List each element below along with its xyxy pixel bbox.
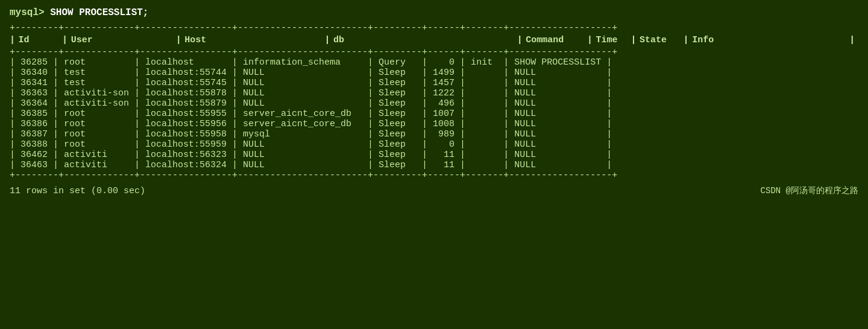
command-text: SHOW PROCESSLIST;: [50, 7, 148, 18]
footer: 11 rows in set (0.00 sec) CSDN @阿汤哥的程序之路: [10, 185, 858, 196]
processlist-table: | Id | User | Host | db | Command | Time…: [10, 33, 858, 47]
header-sep5: |: [587, 33, 596, 47]
table-row: | 36363 | activiti-son | localhost:55878…: [10, 88, 858, 98]
header-sep1: |: [62, 33, 71, 47]
table-row: | 36285 | root | localhost | information…: [10, 57, 858, 68]
prompt-symbol: mysql>: [10, 7, 45, 18]
header-sep6: |: [631, 33, 640, 47]
header-db: db: [333, 33, 517, 47]
separator-mid: +--------+-------------+----------------…: [10, 47, 858, 57]
table-row: | 36364 | activiti-son | localhost:55879…: [10, 98, 858, 109]
header-sep7: |: [684, 33, 693, 47]
table-row: | 36462 | activiti | localhost:56323 | N…: [10, 150, 858, 160]
header-time: Time: [596, 33, 631, 47]
table-row: | 36388 | root | localhost:55959 | NULL …: [10, 139, 858, 150]
table-data: | 36285 | root | localhost | information…: [10, 57, 858, 170]
header-command: Command: [526, 33, 587, 47]
header-id: Id: [19, 33, 63, 47]
header-sep2: |: [176, 33, 185, 47]
table-row: | 36386 | root | localhost:55956 | serve…: [10, 119, 858, 129]
header-sep4: |: [517, 33, 526, 47]
separator-bottom: +--------+-------------+----------------…: [10, 170, 858, 180]
header-info: Info: [692, 33, 849, 47]
table-row: | 36387 | root | localhost:55958 | mysql…: [10, 129, 858, 139]
header-sep-left: |: [10, 33, 19, 47]
header-host: Host: [184, 33, 324, 47]
header-sep8: |: [849, 33, 858, 47]
separator-top: +--------+-------------+----------------…: [10, 23, 858, 33]
header-user: User: [71, 33, 176, 47]
header-sep3: |: [325, 33, 334, 47]
table-row: | 36385 | root | localhost:55955 | serve…: [10, 109, 858, 119]
table-header-row: | Id | User | Host | db | Command | Time…: [10, 33, 858, 47]
header-state: State: [640, 33, 684, 47]
brand-text: CSDN @阿汤哥的程序之路: [761, 185, 858, 196]
footer-text: 11 rows in set (0.00 sec): [10, 186, 145, 196]
prompt-line: mysql> SHOW PROCESSLIST;: [10, 7, 858, 18]
table-row: | 36341 | test | localhost:55745 | NULL …: [10, 78, 858, 88]
table-row: | 36340 | test | localhost:55744 | NULL …: [10, 68, 858, 78]
table-row: | 36463 | activiti | localhost:56324 | N…: [10, 160, 858, 170]
